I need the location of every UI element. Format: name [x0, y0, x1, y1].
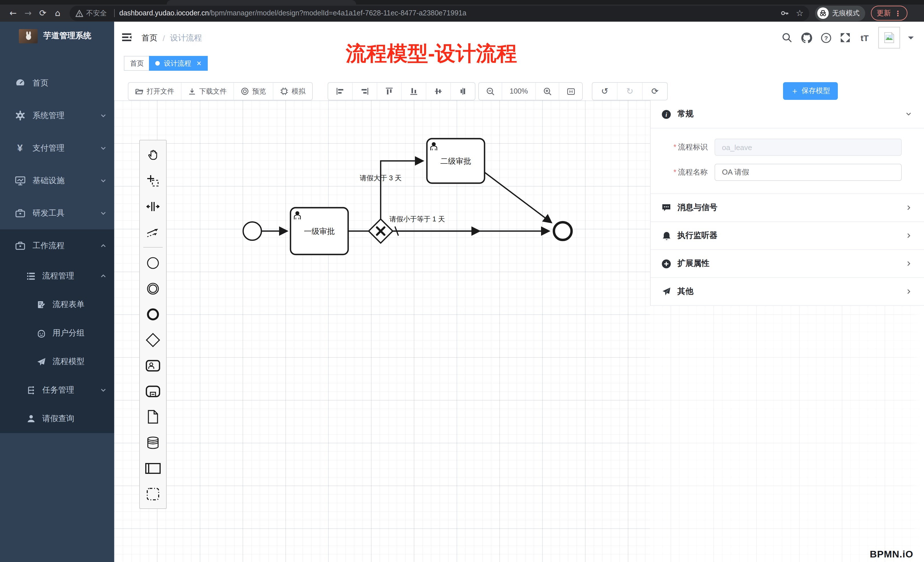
forward-icon[interactable]: →: [21, 8, 35, 18]
list-tree-icon: [26, 271, 36, 281]
home-icon[interactable]: ⌂: [50, 8, 65, 18]
sidebar-item-system[interactable]: 系统管理: [0, 99, 114, 132]
bookmark-star-icon[interactable]: ☆: [796, 8, 804, 18]
zoom-in-button[interactable]: [536, 83, 559, 100]
section-title: 常规: [678, 109, 906, 119]
reset-zoom-button[interactable]: [559, 83, 582, 100]
task-label: 二级审批: [440, 157, 471, 165]
process-name-input[interactable]: [714, 164, 902, 181]
tab-design-process[interactable]: 设计流程 ✕: [149, 56, 208, 71]
sidebar-item-label: 研发工具: [33, 208, 100, 218]
section-execution-listeners[interactable]: 执行监听器: [651, 222, 924, 250]
sidebar-item-payment[interactable]: ¥ 支付管理: [0, 132, 114, 164]
zoom-level: 100%: [502, 83, 536, 100]
sidebar-item-leave-query[interactable]: 请假查询: [0, 405, 114, 433]
annotation-text: 流程模型-设计流程: [346, 40, 517, 68]
field-process-key: *流程标识: [651, 139, 924, 156]
save-model-button[interactable]: ＋ 保存模型: [783, 82, 838, 100]
sidebar-item-label: 任务管理: [42, 385, 100, 396]
svg-text:i: i: [666, 111, 667, 118]
zoom-in-icon: [543, 87, 552, 96]
flow-gateway-to-task2[interactable]: [381, 161, 423, 219]
chevron-down-icon: [100, 387, 106, 393]
sidebar-item-process-mgmt[interactable]: 流程管理: [0, 262, 114, 291]
simulate-button[interactable]: 模拟: [273, 83, 312, 100]
end-event[interactable]: [554, 222, 572, 240]
user-task-level2[interactable]: 二级审批: [427, 139, 484, 183]
flow-label-gt3: 请假大于 3 天: [360, 174, 402, 182]
align-bottom-button[interactable]: [401, 83, 426, 100]
breadcrumb-home[interactable]: 首页: [141, 33, 158, 43]
github-icon[interactable]: [801, 32, 812, 43]
avatar[interactable]: [878, 27, 900, 48]
section-extended-properties[interactable]: 扩展属性: [651, 250, 924, 278]
font-size-icon[interactable]: tT: [859, 32, 870, 43]
browser-active-tab[interactable]: [166, 0, 356, 4]
preview-button[interactable]: 预览: [233, 83, 273, 100]
avatar-dropdown-icon[interactable]: [908, 36, 914, 42]
exclusive-gateway[interactable]: [369, 219, 393, 243]
align-left-button[interactable]: [328, 83, 352, 100]
create-data-store-icon[interactable]: [140, 430, 166, 455]
tab-label: 设计流程: [164, 58, 191, 68]
sidebar-item-home[interactable]: 首页: [0, 67, 114, 99]
align-center-vertical-button[interactable]: [426, 83, 450, 100]
sidebar-item-workflow[interactable]: 工作流程: [0, 229, 114, 262]
screen: ← → ⟳ ⌂ 不安全 dashboard.yudao.iocoder.cn/b…: [0, 0, 924, 562]
flow-task2-to-end[interactable]: [484, 172, 551, 223]
align-center-horizontal-button[interactable]: [450, 83, 475, 100]
section-title: 消息与信号: [678, 202, 906, 213]
sidebar-item-process-form[interactable]: 流程表单: [0, 291, 114, 319]
create-group-icon[interactable]: [140, 481, 166, 507]
start-event[interactable]: [243, 222, 261, 240]
open-file-button[interactable]: 打开文件: [128, 83, 181, 100]
undo-button[interactable]: ↺: [592, 83, 617, 100]
align-right-button[interactable]: [352, 83, 376, 100]
file-button-group: 打开文件 下载文件 预览 模拟: [128, 82, 313, 100]
search-icon[interactable]: [782, 32, 793, 43]
svg-text:?: ?: [824, 34, 828, 41]
section-general[interactable]: i 常规: [651, 100, 924, 128]
chip-icon: [280, 87, 288, 95]
sidebar-item-label: 工作流程: [33, 240, 100, 251]
download-file-button[interactable]: 下载文件: [181, 83, 233, 100]
general-body: *流程标识 *流程名称: [651, 128, 924, 194]
url-bar[interactable]: 不安全 dashboard.yudao.iocoder.cn/bpm/manag…: [70, 5, 809, 21]
chevron-down-icon: [906, 111, 912, 117]
sidebar-item-user-groups[interactable]: 用户分组: [0, 319, 114, 348]
zoom-out-button[interactable]: [479, 83, 502, 100]
dashboard-icon: [14, 77, 26, 89]
section-messages-signals[interactable]: 消息与信号: [651, 194, 924, 222]
sidebar-item-infra[interactable]: 基础设施: [0, 164, 114, 197]
redo-button[interactable]: ↻: [617, 83, 642, 100]
reload-icon[interactable]: ⟳: [35, 8, 50, 18]
sidebar-item-task-mgmt[interactable]: 任务管理: [0, 376, 114, 405]
fullscreen-icon[interactable]: [840, 32, 851, 43]
sidebar-item-devtools[interactable]: 研发工具: [0, 197, 114, 229]
process-key-input[interactable]: [714, 139, 902, 156]
properties-panel: i 常规 *流程标识 *流程名称 消息与信号 执行监听器: [650, 100, 924, 306]
sidebar-item-process-model[interactable]: 流程模型: [0, 348, 114, 376]
chevron-down-icon: [100, 178, 106, 183]
sidebar-fold-icon[interactable]: [122, 33, 132, 42]
tab-label: 首页: [130, 58, 144, 68]
browser-menu-icon[interactable]: ⋮: [894, 9, 902, 17]
help-icon[interactable]: ?: [820, 32, 831, 43]
user-task-level1[interactable]: 一级审批: [291, 208, 348, 255]
align-top-button[interactable]: [376, 83, 401, 100]
download-icon: [188, 88, 196, 95]
key-icon[interactable]: [780, 9, 789, 18]
restart-button[interactable]: ⟳: [642, 83, 667, 100]
tab-home[interactable]: 首页: [124, 56, 150, 71]
chevron-down-icon: [100, 210, 106, 216]
monitor-icon: [14, 175, 26, 186]
browser-update-button[interactable]: 更新 ⋮: [871, 6, 907, 21]
browser-chrome: ← → ⟳ ⌂ 不安全 dashboard.yudao.iocoder.cn/b…: [0, 0, 924, 22]
folder-icon: [135, 88, 143, 95]
back-icon[interactable]: ←: [6, 8, 21, 18]
create-participant-icon[interactable]: [140, 455, 166, 481]
create-data-object-icon[interactable]: [140, 404, 166, 430]
section-other[interactable]: 其他: [651, 278, 924, 306]
close-icon[interactable]: ✕: [196, 60, 201, 67]
bpmn-io-logo[interactable]: BPMN.iO: [870, 549, 913, 562]
